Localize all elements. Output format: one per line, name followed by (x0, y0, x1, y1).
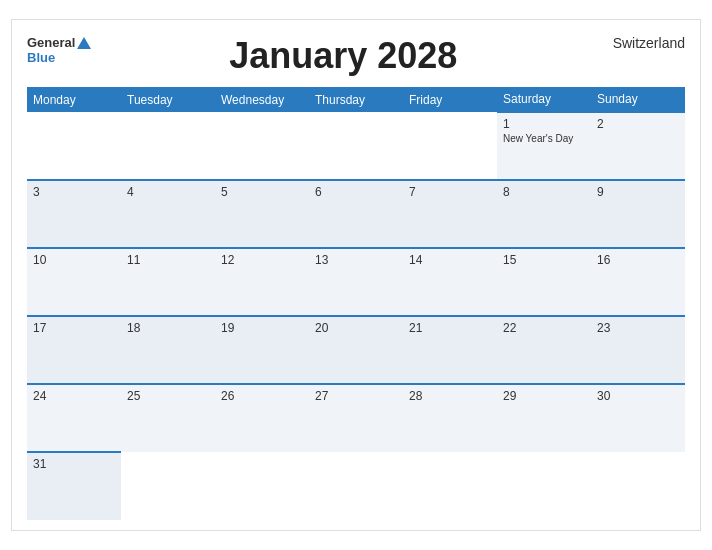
calendar-day-cell: 23 (591, 316, 685, 384)
country-label: Switzerland (595, 35, 685, 51)
calendar-day-cell: 4 (121, 180, 215, 248)
calendar-day-cell (309, 112, 403, 180)
logo-blue: Blue (27, 50, 55, 65)
day-number: 5 (221, 185, 303, 199)
calendar-day-cell (497, 452, 591, 520)
calendar-week-row: 1New Year's Day2 (27, 112, 685, 180)
day-number: 30 (597, 389, 679, 403)
calendar-week-row: 31 (27, 452, 685, 520)
calendar-day-cell: 3 (27, 180, 121, 248)
weekday-header: Wednesday (215, 87, 309, 112)
calendar-day-cell (403, 112, 497, 180)
holiday-label: New Year's Day (503, 133, 585, 144)
weekday-header: Monday (27, 87, 121, 112)
calendar-week-row: 24252627282930 (27, 384, 685, 452)
day-number: 19 (221, 321, 303, 335)
day-number: 22 (503, 321, 585, 335)
logo-triangle-icon (77, 37, 91, 49)
calendar-day-cell: 7 (403, 180, 497, 248)
day-number: 11 (127, 253, 209, 267)
calendar-week-row: 17181920212223 (27, 316, 685, 384)
weekday-header: Tuesday (121, 87, 215, 112)
calendar-day-cell: 11 (121, 248, 215, 316)
calendar-day-cell: 21 (403, 316, 497, 384)
day-number: 15 (503, 253, 585, 267)
day-number: 26 (221, 389, 303, 403)
calendar-day-cell: 12 (215, 248, 309, 316)
calendar-container: General Blue January 2028 Switzerland Mo… (11, 19, 701, 531)
day-number: 31 (33, 457, 115, 471)
day-number: 25 (127, 389, 209, 403)
day-number: 18 (127, 321, 209, 335)
calendar-day-cell: 20 (309, 316, 403, 384)
day-number: 14 (409, 253, 491, 267)
calendar-day-cell: 30 (591, 384, 685, 452)
day-number: 10 (33, 253, 115, 267)
calendar-day-cell: 14 (403, 248, 497, 316)
calendar-day-cell: 10 (27, 248, 121, 316)
day-number: 7 (409, 185, 491, 199)
calendar-day-cell (309, 452, 403, 520)
calendar-day-cell: 18 (121, 316, 215, 384)
calendar-day-cell (215, 112, 309, 180)
day-number: 2 (597, 117, 679, 131)
calendar-day-cell: 13 (309, 248, 403, 316)
day-number: 24 (33, 389, 115, 403)
calendar-day-cell: 28 (403, 384, 497, 452)
weekday-header: Saturday (497, 87, 591, 112)
weekday-header-row: MondayTuesdayWednesdayThursdayFridaySatu… (27, 87, 685, 112)
day-number: 29 (503, 389, 585, 403)
calendar-day-cell: 8 (497, 180, 591, 248)
calendar-day-cell: 16 (591, 248, 685, 316)
day-number: 3 (33, 185, 115, 199)
day-number: 27 (315, 389, 397, 403)
calendar-day-cell: 24 (27, 384, 121, 452)
calendar-day-cell (591, 452, 685, 520)
day-number: 4 (127, 185, 209, 199)
day-number: 23 (597, 321, 679, 335)
calendar-day-cell (27, 112, 121, 180)
calendar-day-cell: 15 (497, 248, 591, 316)
day-number: 8 (503, 185, 585, 199)
calendar-grid: MondayTuesdayWednesdayThursdayFridaySatu… (27, 87, 685, 520)
day-number: 17 (33, 321, 115, 335)
calendar-day-cell (121, 452, 215, 520)
calendar-day-cell: 9 (591, 180, 685, 248)
day-number: 13 (315, 253, 397, 267)
calendar-day-cell: 19 (215, 316, 309, 384)
day-number: 9 (597, 185, 679, 199)
calendar-week-row: 10111213141516 (27, 248, 685, 316)
logo-area: General Blue (27, 35, 91, 65)
calendar-day-cell (215, 452, 309, 520)
calendar-title: January 2028 (91, 35, 595, 77)
calendar-day-cell (121, 112, 215, 180)
day-number: 28 (409, 389, 491, 403)
weekday-header: Friday (403, 87, 497, 112)
logo-general: General (27, 35, 75, 50)
calendar-day-cell: 26 (215, 384, 309, 452)
calendar-day-cell: 29 (497, 384, 591, 452)
calendar-day-cell: 25 (121, 384, 215, 452)
calendar-day-cell (403, 452, 497, 520)
calendar-day-cell: 6 (309, 180, 403, 248)
weekday-header: Thursday (309, 87, 403, 112)
day-number: 16 (597, 253, 679, 267)
calendar-day-cell: 22 (497, 316, 591, 384)
calendar-day-cell: 31 (27, 452, 121, 520)
day-number: 21 (409, 321, 491, 335)
day-number: 12 (221, 253, 303, 267)
calendar-day-cell: 2 (591, 112, 685, 180)
calendar-day-cell: 17 (27, 316, 121, 384)
calendar-header: General Blue January 2028 Switzerland (27, 35, 685, 77)
calendar-day-cell: 1New Year's Day (497, 112, 591, 180)
day-number: 6 (315, 185, 397, 199)
calendar-day-cell: 27 (309, 384, 403, 452)
calendar-day-cell: 5 (215, 180, 309, 248)
day-number: 20 (315, 321, 397, 335)
weekday-header: Sunday (591, 87, 685, 112)
calendar-week-row: 3456789 (27, 180, 685, 248)
day-number: 1 (503, 117, 585, 131)
